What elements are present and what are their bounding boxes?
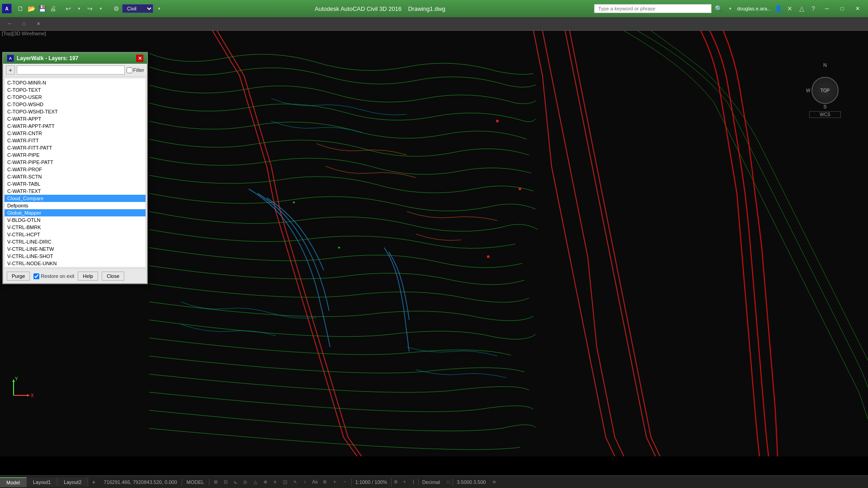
ruler-icon[interactable]: | [409,478,418,487]
layer-walk-close-button[interactable]: ✕ [136,55,143,62]
close-account-button[interactable]: ✕ [785,4,795,14]
search-button[interactable]: 🔍 [713,4,723,14]
window-close-button[interactable]: ✕ [851,4,864,14]
acad-logo-icon[interactable]: A [2,4,12,14]
layer-walk-toolbar: + Filter [3,64,147,77]
layer-item[interactable]: V-CTRL-HCPT [5,231,146,238]
minimize-button[interactable]: ─ [820,4,834,14]
user-icon[interactable]: 👤 [773,4,783,14]
dialog-acad-icon: A [7,55,14,62]
layer-item[interactable]: C-TOPO-WSHD-TEXT [5,108,146,115]
layer-item[interactable]: V-CTRL-BMRK [5,224,146,231]
layer-item[interactable]: V-CTRL-LINE-SHOT [5,253,146,260]
layer-item[interactable]: C-TOPO-MINR-N [5,79,146,86]
redo-button[interactable]: ↪ [85,4,95,14]
search-input[interactable] [594,4,712,13]
new-file-button[interactable]: 🗋 [15,4,25,14]
snap-icon[interactable]: ⊡ [221,478,230,487]
layer-list[interactable]: C-TOPO-CONT-TEXTC-TOPO-CONT-TEXT-NC-TOPO… [4,78,146,267]
help-button[interactable]: Help [78,272,98,281]
file-toolbar: 🗋 📂 💾 🖨 [14,4,60,14]
undo-dropdown-button[interactable]: ▼ [74,4,84,14]
layer-item[interactable]: Global_Mapper [5,209,146,216]
compass: N W TOP S WCS [809,62,841,117]
restore-on-exit-label: Restore on exit [33,273,74,279]
svg-point-3 [487,255,490,258]
layer-item[interactable]: V-BLDG-OTLN [5,216,146,224]
grid-icon[interactable]: ⊞ [211,478,220,487]
minimize2-button[interactable]: ─ [3,19,16,29]
close-dialog-button[interactable]: Close [102,272,124,281]
save-button[interactable]: 💾 [37,4,47,14]
polar-icon[interactable]: ◎ [241,478,250,487]
svg-point-4 [293,202,295,203]
layer-item[interactable]: Defpoints [5,202,146,209]
maximize-button[interactable]: □ [835,4,849,14]
drawing-name: Drawing1.dwg [408,5,445,12]
filter-checkbox-label: Filter [127,67,144,73]
help-button[interactable]: ? [808,4,818,14]
compass-w-label: W [806,88,810,93]
filter-checkbox[interactable] [127,67,132,73]
layer-item[interactable]: V-CTRL-NODE-UNKN [5,260,146,267]
layer-item[interactable]: C-TOPO-USER [5,94,146,101]
layer-item[interactable]: C-WATR-TABL [5,180,146,188]
model-tab-layout2[interactable]: Layout2 [57,478,88,487]
add-tab-button[interactable]: + [88,477,99,488]
close2-button[interactable]: ✕ [32,19,45,29]
layer-item[interactable]: C-WATR-PIPE [5,151,146,159]
plot-button[interactable]: 🖨 [48,4,58,14]
user-signin-button[interactable]: douglas.e.ara... [737,6,771,11]
secondary-toolbar: ─ □ ✕ [0,19,48,29]
lineweight-icon[interactable]: ≡ [271,478,280,487]
layer-item[interactable]: C-TOPO-TEXT [5,86,146,94]
ortho-icon[interactable]: ⊾ [231,478,240,487]
minus-icon[interactable]: − [340,478,349,487]
status-icons: ⊞ ⊡ ⊾ ◎ △ ⊕ ≡ ◫ ↖ ↕ Aa ⚙ + − [209,478,351,487]
layer-item[interactable]: V-CTRL-LINE-DIRC [5,238,146,245]
open-file-button[interactable]: 📂 [26,4,36,14]
autodesk-logo-button[interactable]: △ [797,4,807,14]
layer-item[interactable]: C-WATR-APPT-PATT [5,122,146,130]
layer-item[interactable]: C-WATR-APPT [5,115,146,122]
layer-walk-footer: Purge Restore on exit Help Close [3,268,147,283]
annotate-icon[interactable]: Aa [311,478,320,487]
plus-scale-icon[interactable]: + [400,478,409,487]
restore2-button[interactable]: □ [17,19,31,29]
settings-icon[interactable]: ⚙ [391,478,400,487]
decimal-icon[interactable]: □ [443,478,453,487]
undo-button[interactable]: ↩ [63,4,73,14]
search-dropdown-button[interactable]: ▼ [725,4,735,14]
layer-item[interactable]: C-WATR-PROF [5,166,146,173]
restore-on-exit-checkbox[interactable] [33,273,39,279]
layer-item[interactable]: V-CTRL-LINE-NETW [5,245,146,253]
layer-item[interactable]: C-WATR-SCTN [5,173,146,180]
layers-icon[interactable]: ≋ [490,478,499,487]
layer-item[interactable]: Cloud_Compare [5,195,146,202]
layer-item[interactable]: C-TOPO-WSHD [5,101,146,108]
model-tab-layout1[interactable]: Layout1 [27,478,57,487]
add-layer-button[interactable]: + [6,66,15,75]
gizmo-icon[interactable]: ↕ [301,478,310,487]
layer-filter-input[interactable] [17,66,125,75]
plus-icon[interactable]: + [330,478,340,487]
redo-dropdown-button[interactable]: ▼ [96,4,106,14]
transparency-icon[interactable]: ◫ [281,478,290,487]
layer-item[interactable]: C-WATR-TEXT [5,188,146,195]
osnap-icon[interactable]: △ [251,478,260,487]
svg-point-5 [338,247,340,249]
layer-item[interactable]: C-WATR-FITT [5,137,146,144]
model-tab-model[interactable]: Model [0,477,27,487]
layer-item[interactable]: C-WATR-CNTR [5,130,146,137]
selection-icon[interactable]: ↖ [291,478,300,487]
otrack-icon[interactable]: ⊕ [261,478,270,487]
wcs-label: WCS [809,111,841,118]
layer-item[interactable]: C-WATR-PIPE-PATT [5,159,146,166]
layer-item[interactable]: C-WATR-FITT-PATT [5,144,146,151]
workspace-dropdown[interactable]: Civil [122,4,153,13]
workspace-dropdown-arrow[interactable]: ▼ [154,4,164,14]
workspace-settings-icon[interactable]: ⚙ [111,4,121,14]
title-bar-left: A 🗋 📂 💾 🖨 ↩ ▼ ↪ ▼ ⚙ Civil ▼ [0,4,166,14]
purge-button[interactable]: Purge [7,272,30,281]
workspace-icon[interactable]: ⚙ [321,478,330,487]
